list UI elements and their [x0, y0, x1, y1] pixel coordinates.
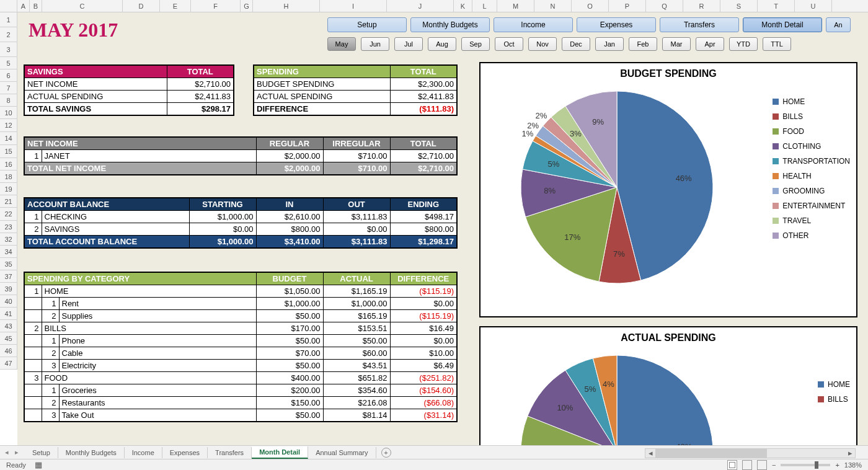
column-C[interactable]: C	[42, 0, 123, 12]
column-K[interactable]: K	[454, 0, 472, 12]
column-J[interactable]: J	[387, 0, 454, 12]
column-E[interactable]: E	[160, 0, 191, 12]
column-L[interactable]: L	[472, 0, 497, 12]
column-A[interactable]: A	[17, 0, 30, 12]
column-Q[interactable]: Q	[646, 0, 683, 12]
column-P[interactable]: P	[609, 0, 646, 12]
column-T[interactable]: T	[758, 0, 795, 12]
column-S[interactable]: S	[720, 0, 758, 12]
column-R[interactable]: R	[683, 0, 720, 12]
column-F[interactable]: F	[191, 0, 241, 12]
column-N[interactable]: N	[534, 0, 572, 12]
column-U[interactable]: U	[795, 0, 832, 12]
column-I[interactable]: I	[320, 0, 387, 12]
column-M[interactable]: M	[497, 0, 534, 12]
column-headers[interactable]: ABCDEFGHIJKLMNOPQRSTU	[0, 0, 868, 12]
column-B[interactable]: B	[30, 0, 42, 12]
column-O[interactable]: O	[572, 0, 609, 12]
column-G[interactable]: G	[241, 0, 253, 12]
column-H[interactable]: H	[253, 0, 320, 12]
column-D[interactable]: D	[123, 0, 160, 12]
